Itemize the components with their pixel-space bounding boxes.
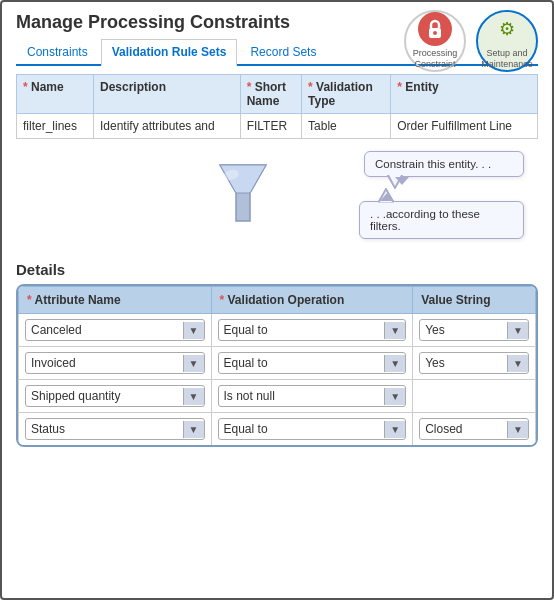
setup-label: Setup and Maintenance [481, 48, 533, 70]
attribute-select-arrow-2[interactable]: ▼ [183, 355, 204, 372]
details-cell-attribute-3: Shipped quantity ▼ [19, 380, 212, 413]
attribute-select-3[interactable]: Shipped quantity ▼ [25, 385, 205, 407]
main-table: * Name Description * ShortName * Validat… [16, 74, 538, 139]
value-select-arrow-1[interactable]: ▼ [507, 322, 528, 339]
value-select-1[interactable]: Yes ▼ [419, 319, 529, 341]
operation-select-arrow-1[interactable]: ▼ [384, 322, 405, 339]
attribute-select-4[interactable]: Status ▼ [25, 418, 205, 440]
value-select-3 [419, 393, 529, 399]
details-cell-operation-1: Equal to ▼ [211, 314, 413, 347]
operation-select-arrow-3[interactable]: ▼ [384, 388, 405, 405]
callout-filters: . . .according to these filters. [359, 201, 524, 239]
callout-constrain-entity: Constrain this entity. . . [364, 151, 524, 177]
details-cell-value-3 [413, 380, 536, 413]
details-title: Details [16, 261, 538, 278]
attribute-select-arrow-4[interactable]: ▼ [183, 421, 204, 438]
col-entity: * Entity [391, 75, 538, 114]
constraint-label: Processing Constraint [413, 48, 458, 70]
callout-area: Constrain this entity. . . . . .accordin… [16, 143, 538, 253]
operation-select-4[interactable]: Equal to ▼ [218, 418, 407, 440]
operation-select-1[interactable]: Equal to ▼ [218, 319, 407, 341]
details-cell-value-2: Yes ▼ [413, 347, 536, 380]
details-section: Details * Attribute Name * Validation Op… [16, 261, 538, 447]
table-row[interactable]: filter_lines Identify attributes and FIL… [17, 114, 538, 139]
operation-select-arrow-2[interactable]: ▼ [384, 355, 405, 372]
gear-icon: ⚙ [490, 12, 524, 46]
operation-select-arrow-4[interactable]: ▼ [384, 421, 405, 438]
operation-select-2[interactable]: Equal to ▼ [218, 352, 407, 374]
setup-maintenance-icon-box[interactable]: ⚙ Setup and Maintenance [476, 10, 538, 72]
tab-constraints[interactable]: Constraints [16, 39, 99, 64]
top-icons-area: Processing Constraint ⚙ Setup and Mainte… [404, 10, 538, 72]
details-row-canceled: Canceled ▼ Equal to ▼ [19, 314, 536, 347]
funnel-icon [216, 161, 270, 229]
main-content: * Name Description * ShortName * Validat… [2, 66, 552, 455]
cell-validation-type: Table [302, 114, 391, 139]
cell-name: filter_lines [17, 114, 94, 139]
value-select-4[interactable]: Closed ▼ [419, 418, 529, 440]
details-cell-value-1: Yes ▼ [413, 314, 536, 347]
svg-marker-8 [380, 191, 392, 202]
cell-short-name: FILTER [240, 114, 301, 139]
operation-select-3[interactable]: Is not null ▼ [218, 385, 407, 407]
details-cell-attribute-4: Status ▼ [19, 413, 212, 446]
svg-marker-7 [378, 188, 394, 202]
details-cell-operation-4: Equal to ▼ [211, 413, 413, 446]
constraint-icon [418, 12, 452, 46]
details-row-invoiced: Invoiced ▼ Equal to ▼ [19, 347, 536, 380]
details-col-operation: * Validation Operation [211, 287, 413, 314]
col-description: Description [93, 75, 240, 114]
details-cell-operation-3: Is not null ▼ [211, 380, 413, 413]
attribute-select-2[interactable]: Invoiced ▼ [25, 352, 205, 374]
tab-validation-rule-sets[interactable]: Validation Rule Sets [101, 39, 238, 66]
attribute-select-arrow-1[interactable]: ▼ [183, 322, 204, 339]
details-cell-attribute-1: Canceled ▼ [19, 314, 212, 347]
col-short-name: * ShortName [240, 75, 301, 114]
value-select-arrow-2[interactable]: ▼ [507, 355, 528, 372]
page-wrapper: Processing Constraint ⚙ Setup and Mainte… [0, 0, 554, 600]
details-row-shipped: Shipped quantity ▼ Is not null ▼ [19, 380, 536, 413]
details-cell-operation-2: Equal to ▼ [211, 347, 413, 380]
cell-entity: Order Fulfillment Line [391, 114, 538, 139]
details-table-wrapper: * Attribute Name * Validation Operation … [16, 284, 538, 447]
value-select-arrow-4[interactable]: ▼ [507, 421, 528, 438]
col-validation-type: * ValidationType [302, 75, 391, 114]
header: Processing Constraint ⚙ Setup and Mainte… [2, 2, 552, 66]
svg-point-1 [433, 31, 437, 35]
tab-record-sets[interactable]: Record Sets [239, 39, 327, 64]
details-row-status: Status ▼ Equal to ▼ [19, 413, 536, 446]
cell-description: Identify attributes and [93, 114, 240, 139]
details-col-value: Value String [413, 287, 536, 314]
processing-constraint-icon-box: Processing Constraint [404, 10, 466, 72]
details-cell-attribute-2: Invoiced ▼ [19, 347, 212, 380]
value-select-2[interactable]: Yes ▼ [419, 352, 529, 374]
col-name: * Name [17, 75, 94, 114]
details-table: * Attribute Name * Validation Operation … [18, 286, 536, 445]
details-col-attribute: * Attribute Name [19, 287, 212, 314]
attribute-select-arrow-3[interactable]: ▼ [183, 388, 204, 405]
attribute-select-1[interactable]: Canceled ▼ [25, 319, 205, 341]
details-cell-value-4: Closed ▼ [413, 413, 536, 446]
